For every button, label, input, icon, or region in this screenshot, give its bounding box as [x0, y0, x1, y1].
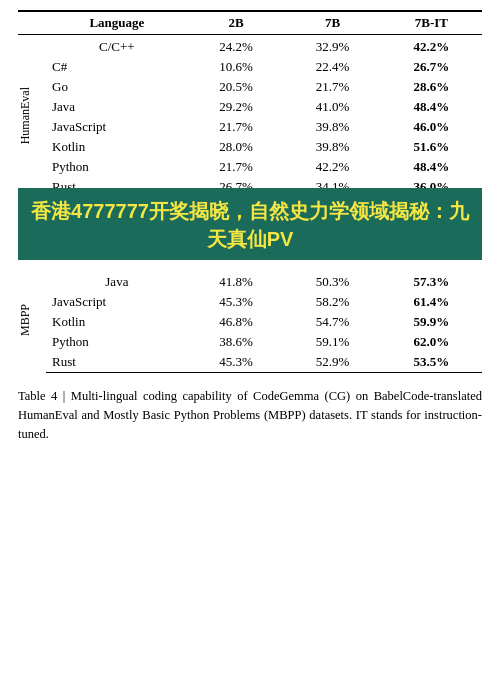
lang-cell: Kotlin — [46, 137, 188, 157]
val-7b: 32.9% — [284, 35, 381, 58]
val-2b: 20.5% — [188, 77, 285, 97]
val-7b-it: 42.2% — [381, 35, 482, 58]
val-7b: 52.9% — [284, 352, 381, 373]
val-7b-it: 57.3% — [381, 270, 482, 292]
humaneval-label-cell: HumanEval — [18, 35, 46, 198]
val-7b-it: 61.4% — [381, 292, 482, 312]
val-2b: 29.2% — [188, 97, 285, 117]
lang-cell: Java — [46, 97, 188, 117]
mbpp-row-0: MBPP Java 41.8% 50.3% 57.3% — [18, 270, 482, 292]
val-7b-it: 48.4% — [381, 97, 482, 117]
lang-cell: Kotlin — [46, 312, 188, 332]
val-2b: 46.8% — [188, 312, 285, 332]
lang-cell: C/C++ — [46, 35, 188, 58]
val-7b: 39.8% — [284, 137, 381, 157]
val-2b: 45.3% — [188, 352, 285, 373]
table-header-row: Language 2B 7B 7B-IT — [18, 11, 482, 35]
humaneval-row-6: Python 21.7% 42.2% 48.4% — [18, 157, 482, 177]
val-7b: 41.0% — [284, 97, 381, 117]
val-2b: 28.0% — [188, 137, 285, 157]
lang-cell: C# — [46, 57, 188, 77]
mbpp-label: MBPP — [18, 304, 33, 336]
mbpp-row-4: Rust 45.3% 52.9% 53.5% — [18, 352, 482, 373]
val-7b-it: 62.0% — [381, 332, 482, 352]
val-7b: 54.7% — [284, 312, 381, 332]
val-7b-it: 51.6% — [381, 137, 482, 157]
val-2b: 21.7% — [188, 157, 285, 177]
ad-text: 香港4777777开奖揭晓，自然史力学领域揭秘：九天真仙PV — [26, 197, 474, 253]
val-2b: 41.8% — [188, 270, 285, 292]
col-2b: 2B — [188, 11, 285, 35]
col-7b: 7B — [284, 11, 381, 35]
lang-cell: Python — [46, 332, 188, 352]
mbpp-row-1: JavaScript 45.3% 58.2% 61.4% — [18, 292, 482, 312]
col-7b-it: 7B-IT — [381, 11, 482, 35]
val-7b-it: 59.9% — [381, 312, 482, 332]
col-language: Language — [46, 11, 188, 35]
table-caption: Table 4 | Multi-lingual coding capabilit… — [18, 387, 482, 445]
humaneval-row-3: Java 29.2% 41.0% 48.4% — [18, 97, 482, 117]
humaneval-row-5: Kotlin 28.0% 39.8% 51.6% — [18, 137, 482, 157]
lang-cell: Python — [46, 157, 188, 177]
humaneval-row-2: Go 20.5% 21.7% 28.6% — [18, 77, 482, 97]
val-7b: 42.2% — [284, 157, 381, 177]
caption-text: Table 4 | Multi-lingual coding capabilit… — [18, 389, 482, 442]
val-7b: 58.2% — [284, 292, 381, 312]
val-7b: 59.1% — [284, 332, 381, 352]
lang-cell: Go — [46, 77, 188, 97]
humaneval-row-0: HumanEval C/C++ 24.2% 32.9% 42.2% — [18, 35, 482, 58]
val-7b-it: 53.5% — [381, 352, 482, 373]
val-7b: 50.3% — [284, 270, 381, 292]
humaneval-row-1: C# 10.6% 22.4% 26.7% — [18, 57, 482, 77]
ad-banner[interactable]: 香港4777777开奖揭晓，自然史力学领域揭秘：九天真仙PV — [18, 188, 482, 260]
lang-cell: Java — [46, 270, 188, 292]
mbpp-row-3: Python 38.6% 59.1% 62.0% — [18, 332, 482, 352]
val-2b: 45.3% — [188, 292, 285, 312]
val-7b-it: 26.7% — [381, 57, 482, 77]
val-2b: 21.7% — [188, 117, 285, 137]
val-7b-it: 48.4% — [381, 157, 482, 177]
val-7b: 21.7% — [284, 77, 381, 97]
val-7b-it: 28.6% — [381, 77, 482, 97]
val-7b-it: 46.0% — [381, 117, 482, 137]
mbpp-label-cell: MBPP — [18, 270, 46, 373]
humaneval-label: HumanEval — [18, 87, 33, 144]
side-label-header — [18, 11, 46, 35]
lang-cell: Rust — [46, 352, 188, 373]
lang-cell: JavaScript — [46, 292, 188, 312]
val-2b: 10.6% — [188, 57, 285, 77]
table-container: Language 2B 7B 7B-IT HumanEval C/C++ 24.… — [18, 10, 482, 373]
humaneval-row-4: JavaScript 21.7% 39.8% 46.0% — [18, 117, 482, 137]
val-7b: 22.4% — [284, 57, 381, 77]
mbpp-row-2: Kotlin 46.8% 54.7% 59.9% — [18, 312, 482, 332]
lang-cell: JavaScript — [46, 117, 188, 137]
val-2b: 24.2% — [188, 35, 285, 58]
val-2b: 38.6% — [188, 332, 285, 352]
val-7b: 39.8% — [284, 117, 381, 137]
